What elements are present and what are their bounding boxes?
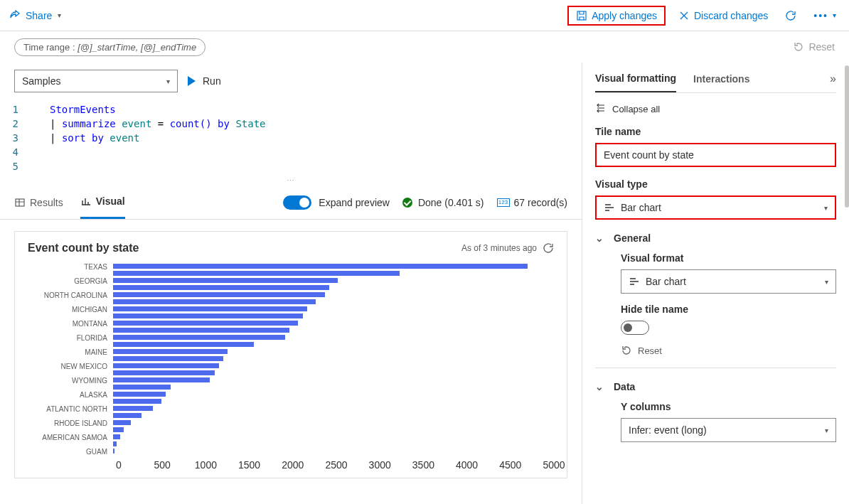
- x-tick: 4000: [456, 459, 478, 471]
- bar: [113, 328, 289, 333]
- bar-row: AMERICAN SAMOA: [28, 434, 554, 441]
- visual-format-value: Bar chart: [646, 276, 686, 287]
- x-tick: 3000: [369, 459, 391, 471]
- chevron-down-icon: ▾: [825, 278, 828, 286]
- bar: [113, 356, 223, 361]
- section-data[interactable]: ⌄ Data: [595, 381, 836, 392]
- share-icon: [9, 10, 20, 21]
- bar-row: NORTH CAROLINA: [28, 291, 554, 299]
- bar-row: MONTANA: [28, 320, 554, 327]
- bar: [113, 299, 316, 304]
- reset-parameters-button[interactable]: Reset: [793, 41, 835, 53]
- bar-row: [28, 412, 554, 419]
- tab-results[interactable]: Results: [14, 186, 63, 219]
- collapse-all-button[interactable]: Collapse all: [595, 103, 836, 114]
- bar-label: NORTH CAROLINA: [28, 291, 113, 299]
- ycolumns-label: Y columns: [621, 401, 836, 412]
- x-tick: 5000: [543, 459, 565, 471]
- svg-rect-0: [577, 11, 586, 20]
- splitter-handle[interactable]: ⋯: [0, 176, 582, 186]
- x-axis: 0500100015002000250030003500400045005000: [119, 459, 554, 471]
- visual-format-dropdown[interactable]: Bar chart ▾: [621, 269, 836, 294]
- bar-label: NEW MEXICO: [28, 363, 113, 370]
- success-icon: [402, 198, 412, 208]
- hide-tile-label: Hide tile name: [621, 304, 836, 315]
- section-general[interactable]: ⌄ General: [595, 232, 836, 244]
- bar-row: [28, 441, 554, 448]
- bar-chart: TEXASGEORGIANORTH CAROLINAMICHIGANMONTAN…: [28, 263, 554, 455]
- bar-row: MICHIGAN: [28, 306, 554, 313]
- bar: [113, 420, 131, 425]
- query-header: Samples ▾ Run: [0, 63, 582, 100]
- barchart-icon: [604, 202, 615, 213]
- refresh-button[interactable]: [781, 7, 801, 24]
- record-count-label: 67 record(s): [514, 197, 567, 208]
- x-tick: 500: [154, 459, 171, 471]
- chevron-down-icon: ⌄: [595, 232, 604, 244]
- x-tick: 1500: [238, 459, 260, 471]
- tab-interactions[interactable]: Interactions: [693, 73, 749, 92]
- bar: [113, 264, 528, 269]
- record-count: 123 67 record(s): [497, 197, 567, 208]
- bar: [113, 271, 400, 276]
- time-range-pill[interactable]: Time range : [@]_startTime, [@]_endTime: [14, 38, 205, 56]
- bar: [113, 434, 120, 439]
- tab-visual-formatting[interactable]: Visual formatting: [595, 73, 676, 92]
- share-button[interactable]: Share ▾: [9, 10, 61, 21]
- bar-row: [28, 355, 554, 363]
- bar: [113, 449, 114, 454]
- bar-label: TEXAS: [28, 263, 113, 271]
- samples-dropdown[interactable]: Samples ▾: [14, 70, 178, 92]
- discard-label: Discard changes: [694, 10, 768, 21]
- bar-row: [28, 398, 554, 405]
- table-icon: [14, 197, 26, 208]
- chart-icon: [80, 195, 92, 207]
- bar: [113, 441, 117, 446]
- bar: [113, 363, 219, 368]
- undo-icon: [793, 41, 804, 53]
- share-label: Share: [26, 10, 52, 21]
- tile-name-value: Event count by state: [604, 149, 694, 161]
- bar-label: FLORIDA: [28, 334, 113, 342]
- chart-card: Event count by state As of 3 minutes ago…: [14, 231, 567, 478]
- bar-label: MICHIGAN: [28, 306, 113, 313]
- expand-preview-label: Expand preview: [319, 197, 390, 208]
- bar-row: [28, 270, 554, 277]
- bar: [113, 278, 338, 283]
- scrollbar[interactable]: [843, 63, 849, 504]
- expand-preview-toggle[interactable]: [283, 195, 311, 210]
- ellipsis-icon: •••: [813, 10, 828, 21]
- bar: [113, 349, 228, 354]
- x-tick: 4500: [499, 459, 521, 471]
- discard-changes-button[interactable]: Discard changes: [674, 7, 772, 24]
- bar-row: GUAM: [28, 448, 554, 455]
- bar-label: GEORGIA: [28, 277, 113, 285]
- bar-row: GEORGIA: [28, 277, 554, 284]
- apply-changes-button[interactable]: Apply changes: [567, 6, 666, 26]
- bar: [113, 321, 298, 326]
- tile-name-label: Tile name: [595, 126, 836, 137]
- bar: [113, 427, 124, 432]
- pill-prefix: Time range :: [23, 42, 75, 53]
- done-label: Done (0.401 s): [418, 197, 484, 208]
- run-button[interactable]: Run: [188, 75, 221, 87]
- bar-row: ALASKA: [28, 391, 554, 398]
- bar: [113, 306, 307, 311]
- bar: [113, 370, 215, 375]
- ycolumns-dropdown[interactable]: Infer: event (long) ▾: [621, 418, 836, 442]
- more-button[interactable]: ••• ▾: [809, 7, 840, 24]
- close-icon: [678, 10, 690, 21]
- results-tab-bar: Results Visual Expand preview Done (0.40…: [0, 186, 582, 220]
- reset-general-button[interactable]: Reset: [621, 345, 836, 356]
- visual-type-dropdown[interactable]: Bar chart ▾: [595, 195, 836, 220]
- tab-visual[interactable]: Visual: [80, 186, 125, 219]
- collapse-pane-button[interactable]: »: [830, 73, 836, 92]
- bar-row: [28, 299, 554, 306]
- refresh-icon[interactable]: [543, 242, 554, 254]
- code-editor[interactable]: 1StormEvents 2| summarize event = count(…: [0, 100, 582, 176]
- visual-format-label: Visual format: [621, 252, 836, 264]
- bar-label: AMERICAN SAMOA: [28, 434, 113, 441]
- chevron-down-icon: ▾: [166, 77, 170, 85]
- hide-tile-toggle[interactable]: [621, 321, 649, 335]
- tile-name-input[interactable]: Event count by state: [595, 143, 836, 167]
